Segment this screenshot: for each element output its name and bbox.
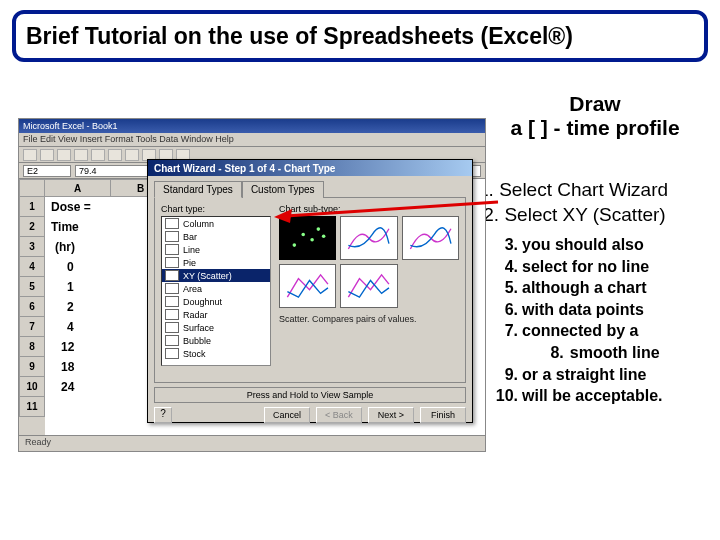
pie-icon	[165, 257, 179, 268]
cell-a5[interactable]: 1	[63, 277, 78, 297]
type-xy-scatter[interactable]: XY (Scatter)	[162, 269, 270, 282]
svg-point-4	[322, 234, 326, 238]
row-header[interactable]: 8	[19, 337, 45, 357]
toolbar-btn[interactable]	[91, 149, 105, 161]
row-header[interactable]: 1	[19, 197, 45, 217]
svg-point-2	[310, 238, 314, 242]
cell-a10[interactable]: 24	[57, 377, 78, 397]
chart-type-label: Chart type:	[161, 204, 271, 214]
next-button[interactable]: Next >	[368, 407, 414, 423]
row-header[interactable]: 7	[19, 317, 45, 337]
toolbar-btn[interactable]	[23, 149, 37, 161]
wizard-panel: Chart type: Column Bar Line Pie XY (Scat…	[154, 197, 466, 383]
wizard-tabs: Standard Types Custom Types	[148, 180, 472, 197]
subtype-scatter-markers[interactable]	[279, 216, 336, 260]
type-column[interactable]: Column	[162, 217, 270, 230]
step-7: 7.connected by a	[490, 320, 720, 342]
cell-a2[interactable]: Time	[47, 217, 83, 237]
type-area[interactable]: Area	[162, 282, 270, 295]
main-steps: 1. Select Chart Wizard 2. Select XY (Sca…	[478, 178, 718, 227]
step-6: 6.with data points	[490, 299, 720, 321]
row-header[interactable]: 3	[19, 237, 45, 257]
slide-title: Brief Tutorial on the use of Spreadsheet…	[26, 23, 573, 50]
row-header[interactable]: 5	[19, 277, 45, 297]
step-4: 4.select for no line	[490, 256, 720, 278]
tab-standard-types[interactable]: Standard Types	[154, 181, 242, 198]
subtype-description: Scatter. Compares pairs of values.	[279, 314, 459, 324]
subtype-scatter-lines-markers[interactable]	[279, 264, 336, 308]
excel-titlebar: Microsoft Excel - Book1	[19, 119, 485, 133]
row-header[interactable]: 9	[19, 357, 45, 377]
col-header[interactable]: A	[45, 179, 111, 197]
status-bar: Ready	[19, 435, 485, 451]
svg-point-1	[301, 233, 305, 237]
step-9: 9.or a straight line	[490, 364, 720, 386]
bubble-icon	[165, 335, 179, 346]
svg-point-0	[293, 243, 297, 247]
type-surface[interactable]: Surface	[162, 321, 270, 334]
back-button[interactable]: < Back	[316, 407, 362, 423]
sub-steps: 3.you should also 4.select for no line 5…	[490, 234, 720, 407]
surface-icon	[165, 322, 179, 333]
type-bubble[interactable]: Bubble	[162, 334, 270, 347]
row-header[interactable]: 6	[19, 297, 45, 317]
help-button[interactable]: ?	[154, 407, 172, 423]
cell-a1[interactable]: Dose =	[47, 197, 95, 217]
subtype-scatter-lines[interactable]	[340, 264, 397, 308]
slide-title-banner: Brief Tutorial on the use of Spreadsheet…	[12, 10, 708, 62]
area-icon	[165, 283, 179, 294]
doughnut-icon	[165, 296, 179, 307]
view-sample-button[interactable]: Press and Hold to View Sample	[154, 387, 466, 403]
chart-wizard-dialog: Chart Wizard - Step 1 of 4 - Chart Type …	[147, 159, 473, 423]
name-box[interactable]: E2	[23, 165, 71, 177]
cancel-button[interactable]: Cancel	[264, 407, 310, 423]
column-icon	[165, 218, 179, 229]
step-5: 5.although a chart	[490, 277, 720, 299]
type-radar[interactable]: Radar	[162, 308, 270, 321]
step-8: 8.smooth line	[490, 342, 720, 364]
line-icon	[165, 244, 179, 255]
row-headers: 1 2 3 4 5 6 7 8 9 10 11	[19, 179, 45, 435]
row-header[interactable]: 11	[19, 397, 45, 417]
row-header[interactable]: 2	[19, 217, 45, 237]
wizard-titlebar: Chart Wizard - Step 1 of 4 - Chart Type	[148, 160, 472, 176]
step-10: 10.will be acceptable.	[490, 385, 720, 407]
cell-a8[interactable]: 12	[57, 337, 78, 357]
cell-a7[interactable]: 4	[63, 317, 78, 337]
type-line[interactable]: Line	[162, 243, 270, 256]
type-bar[interactable]: Bar	[162, 230, 270, 243]
finish-button[interactable]: Finish	[420, 407, 466, 423]
chart-type-list[interactable]: Column Bar Line Pie XY (Scatter) Area Do…	[161, 216, 271, 366]
row-header[interactable]: 4	[19, 257, 45, 277]
cell-a4[interactable]: 0	[63, 257, 78, 277]
toolbar-btn[interactable]	[125, 149, 139, 161]
tab-custom-types[interactable]: Custom Types	[242, 181, 324, 198]
type-stock[interactable]: Stock	[162, 347, 270, 360]
step-3: 3.you should also	[490, 234, 720, 256]
excel-screenshot: Microsoft Excel - Book1 File Edit View I…	[18, 118, 486, 452]
cell-a3[interactable]: (hr)	[51, 237, 79, 257]
chart-subtype-label: Chart sub-type:	[279, 204, 459, 214]
excel-menubar: File Edit View Insert Format Tools Data …	[19, 133, 485, 147]
stock-icon	[165, 348, 179, 359]
cell-a6[interactable]: 2	[63, 297, 78, 317]
radar-icon	[165, 309, 179, 320]
toolbar-btn[interactable]	[57, 149, 71, 161]
toolbar-btn[interactable]	[40, 149, 54, 161]
cell-a9[interactable]: 18	[57, 357, 78, 377]
toolbar-btn[interactable]	[74, 149, 88, 161]
subtype-scatter-smooth[interactable]	[402, 216, 459, 260]
toolbar-btn[interactable]	[108, 149, 122, 161]
step-2: 2. Select XY (Scatter)	[478, 203, 718, 228]
select-all-corner[interactable]	[19, 179, 45, 197]
draw-heading: Draw a [ ] - time profile	[480, 92, 710, 140]
type-pie[interactable]: Pie	[162, 256, 270, 269]
svg-point-3	[317, 227, 321, 231]
type-doughnut[interactable]: Doughnut	[162, 295, 270, 308]
row-header[interactable]: 10	[19, 377, 45, 397]
subtype-scatter-smooth-markers[interactable]	[340, 216, 397, 260]
subtype-grid	[279, 216, 459, 308]
draw-line1: Draw	[480, 92, 710, 116]
bar-icon	[165, 231, 179, 242]
scatter-icon	[165, 270, 179, 281]
